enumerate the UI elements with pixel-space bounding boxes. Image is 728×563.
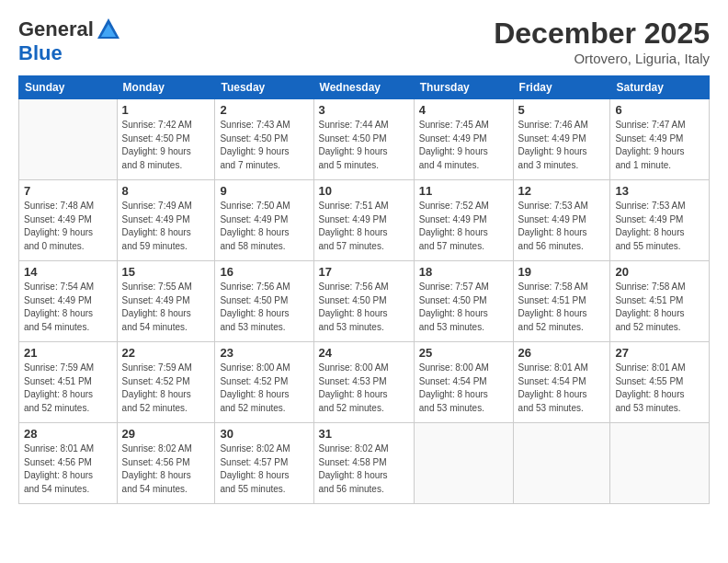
logo-blue-text: Blue [18,41,63,64]
calendar-cell: 16Sunrise: 7:56 AMSunset: 4:50 PMDayligh… [215,261,313,342]
day-number: 14 [24,265,112,279]
day-info: Sunrise: 7:43 AMSunset: 4:50 PMDaylight:… [220,119,308,172]
calendar-week-row: 14Sunrise: 7:54 AMSunset: 4:49 PMDayligh… [19,261,710,342]
calendar-cell: 6Sunrise: 7:47 AMSunset: 4:49 PMDaylight… [610,99,710,180]
day-number: 27 [615,346,704,360]
day-number: 26 [518,346,606,360]
logo-general-text: General [18,18,94,40]
calendar-cell: 11Sunrise: 7:52 AMSunset: 4:49 PMDayligh… [414,180,513,261]
day-info: Sunrise: 8:00 AMSunset: 4:54 PMDaylight:… [419,362,508,415]
calendar-week-row: 7Sunrise: 7:48 AMSunset: 4:49 PMDaylight… [19,180,710,261]
header: General Blue December 2025 Ortovero, Lig… [18,17,710,66]
day-number: 30 [220,427,308,441]
day-info: Sunrise: 7:56 AMSunset: 4:50 PMDaylight:… [220,281,308,334]
calendar-cell: 31Sunrise: 8:02 AMSunset: 4:58 PMDayligh… [313,423,414,504]
day-info: Sunrise: 8:00 AMSunset: 4:52 PMDaylight:… [220,362,308,415]
day-info: Sunrise: 7:52 AMSunset: 4:49 PMDaylight:… [419,200,508,253]
location: Ortovero, Liguria, Italy [494,51,710,66]
calendar-cell [513,423,610,504]
calendar-week-row: 1Sunrise: 7:42 AMSunset: 4:50 PMDaylight… [19,99,710,180]
calendar-cell: 10Sunrise: 7:51 AMSunset: 4:49 PMDayligh… [313,180,414,261]
calendar-cell: 3Sunrise: 7:44 AMSunset: 4:50 PMDaylight… [313,99,414,180]
day-number: 17 [319,265,409,279]
day-number: 8 [122,184,210,198]
calendar-cell: 30Sunrise: 8:02 AMSunset: 4:57 PMDayligh… [215,423,313,504]
day-number: 6 [615,103,704,117]
calendar-cell: 24Sunrise: 8:00 AMSunset: 4:53 PMDayligh… [313,342,414,423]
col-header-monday: Monday [117,76,215,99]
day-info: Sunrise: 8:02 AMSunset: 4:56 PMDaylight:… [122,442,210,496]
day-number: 18 [419,265,508,279]
calendar-cell: 8Sunrise: 7:49 AMSunset: 4:49 PMDaylight… [117,180,215,261]
day-info: Sunrise: 7:59 AMSunset: 4:51 PMDaylight:… [24,362,112,415]
calendar-table: SundayMondayTuesdayWednesdayThursdayFrid… [18,75,710,504]
day-number: 19 [518,265,606,279]
day-number: 25 [419,346,508,360]
calendar-cell: 1Sunrise: 7:42 AMSunset: 4:50 PMDaylight… [117,99,215,180]
day-info: Sunrise: 7:53 AMSunset: 4:49 PMDaylight:… [615,200,704,253]
day-number: 7 [24,184,112,198]
day-info: Sunrise: 7:54 AMSunset: 4:49 PMDaylight:… [24,281,112,334]
col-header-sunday: Sunday [19,76,118,99]
calendar-cell: 17Sunrise: 7:56 AMSunset: 4:50 PMDayligh… [313,261,414,342]
calendar-header-row: SundayMondayTuesdayWednesdayThursdayFrid… [19,76,710,99]
page: General Blue December 2025 Ortovero, Lig… [0,0,728,563]
day-info: Sunrise: 7:53 AMSunset: 4:49 PMDaylight:… [518,200,606,253]
day-info: Sunrise: 7:55 AMSunset: 4:49 PMDaylight:… [122,281,210,334]
day-info: Sunrise: 7:58 AMSunset: 4:51 PMDaylight:… [615,281,704,334]
day-info: Sunrise: 7:46 AMSunset: 4:49 PMDaylight:… [518,119,606,172]
day-info: Sunrise: 7:51 AMSunset: 4:49 PMDaylight:… [319,200,409,253]
calendar-cell [414,423,513,504]
calendar-cell [610,423,710,504]
day-info: Sunrise: 8:02 AMSunset: 4:58 PMDaylight:… [319,442,409,496]
day-number: 2 [220,103,308,117]
calendar-cell: 26Sunrise: 8:01 AMSunset: 4:54 PMDayligh… [513,342,610,423]
col-header-tuesday: Tuesday [215,76,313,99]
day-number: 22 [122,346,210,360]
day-info: Sunrise: 7:58 AMSunset: 4:51 PMDaylight:… [518,281,606,334]
day-info: Sunrise: 7:49 AMSunset: 4:49 PMDaylight:… [122,200,210,253]
calendar-cell: 25Sunrise: 8:00 AMSunset: 4:54 PMDayligh… [414,342,513,423]
day-number: 12 [518,184,606,198]
calendar-cell: 12Sunrise: 7:53 AMSunset: 4:49 PMDayligh… [513,180,610,261]
logo: General Blue [18,17,121,64]
calendar-cell [19,99,118,180]
calendar-cell: 20Sunrise: 7:58 AMSunset: 4:51 PMDayligh… [610,261,710,342]
calendar-cell: 23Sunrise: 8:00 AMSunset: 4:52 PMDayligh… [215,342,313,423]
calendar-week-row: 28Sunrise: 8:01 AMSunset: 4:56 PMDayligh… [19,423,710,504]
calendar-cell: 22Sunrise: 7:59 AMSunset: 4:52 PMDayligh… [117,342,215,423]
title-block: December 2025 Ortovero, Liguria, Italy [494,17,710,66]
calendar-cell: 21Sunrise: 7:59 AMSunset: 4:51 PMDayligh… [19,342,118,423]
logo-icon [96,17,121,42]
day-number: 10 [319,184,409,198]
calendar-cell: 15Sunrise: 7:55 AMSunset: 4:49 PMDayligh… [117,261,215,342]
day-number: 28 [24,427,112,441]
calendar-cell: 2Sunrise: 7:43 AMSunset: 4:50 PMDaylight… [215,99,313,180]
day-info: Sunrise: 7:47 AMSunset: 4:49 PMDaylight:… [615,119,704,172]
day-info: Sunrise: 7:42 AMSunset: 4:50 PMDaylight:… [122,119,210,172]
day-number: 9 [220,184,308,198]
day-info: Sunrise: 7:57 AMSunset: 4:50 PMDaylight:… [419,281,508,334]
day-number: 29 [122,427,210,441]
day-info: Sunrise: 8:01 AMSunset: 4:54 PMDaylight:… [518,362,606,415]
calendar-week-row: 21Sunrise: 7:59 AMSunset: 4:51 PMDayligh… [19,342,710,423]
calendar-cell: 13Sunrise: 7:53 AMSunset: 4:49 PMDayligh… [610,180,710,261]
day-number: 4 [419,103,508,117]
day-number: 11 [419,184,508,198]
day-number: 13 [615,184,704,198]
month-title: December 2025 [494,17,710,51]
day-info: Sunrise: 8:01 AMSunset: 4:55 PMDaylight:… [615,362,704,415]
day-number: 21 [24,346,112,360]
day-info: Sunrise: 7:50 AMSunset: 4:49 PMDaylight:… [220,200,308,253]
calendar-cell: 4Sunrise: 7:45 AMSunset: 4:49 PMDaylight… [414,99,513,180]
day-number: 24 [319,346,409,360]
day-number: 3 [319,103,409,117]
col-header-saturday: Saturday [610,76,710,99]
day-number: 16 [220,265,308,279]
calendar-cell: 29Sunrise: 8:02 AMSunset: 4:56 PMDayligh… [117,423,215,504]
day-info: Sunrise: 7:59 AMSunset: 4:52 PMDaylight:… [122,362,210,415]
day-number: 31 [319,427,409,441]
day-info: Sunrise: 7:56 AMSunset: 4:50 PMDaylight:… [319,281,409,334]
calendar-cell: 14Sunrise: 7:54 AMSunset: 4:49 PMDayligh… [19,261,118,342]
day-info: Sunrise: 8:02 AMSunset: 4:57 PMDaylight:… [220,442,308,496]
